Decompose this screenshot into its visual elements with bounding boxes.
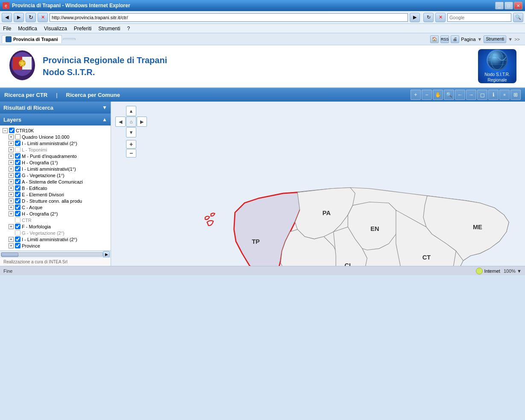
layer-orografia-1[interactable]: + H - Orografia (1°) <box>1 159 110 166</box>
checkbox-quadro[interactable] <box>15 134 21 140</box>
layer-divisori[interactable]: + E - Elementi Divisori <box>1 191 110 198</box>
info-tool[interactable]: ℹ <box>488 90 499 100</box>
expand-lim-amm-1[interactable]: + <box>9 166 14 172</box>
rss-button[interactable]: RSS <box>440 35 449 43</box>
checkbox-punti[interactable] <box>15 153 21 159</box>
expand-morfologia[interactable]: + <box>9 224 14 229</box>
scrollbar-thumb[interactable] <box>1 253 18 257</box>
tab-new[interactable] <box>63 38 76 40</box>
layer-vegetazione-2[interactable]: G - Vegetazione (2°) <box>1 230 110 236</box>
back-button[interactable]: ◀ <box>2 13 12 22</box>
layer-vegetazione-1[interactable]: + G - Vegetazione (1°) <box>1 172 110 178</box>
window-controls[interactable]: _ □ ✕ <box>495 2 522 9</box>
layer-acque[interactable]: + C - Acque <box>1 204 110 210</box>
expand-ctr10k[interactable]: − <box>3 128 8 133</box>
zoom-in-button[interactable]: + <box>126 140 136 149</box>
checkbox-province[interactable] <box>15 243 21 248</box>
minimize-button[interactable]: _ <box>495 2 504 9</box>
checkbox-edificato[interactable] <box>15 185 21 191</box>
menu-file[interactable]: File <box>2 25 12 32</box>
pagina-menu[interactable]: Pagina <box>461 37 475 42</box>
scroll-right-btn[interactable]: ▶ <box>103 251 110 258</box>
checkbox-ctr10k[interactable] <box>9 128 15 133</box>
forward-button[interactable]: ▶ <box>14 13 24 22</box>
expand-strutture[interactable]: + <box>9 198 14 204</box>
checkbox-toponimi[interactable] <box>15 147 21 152</box>
checkbox-ctr[interactable] <box>15 217 21 223</box>
layer-toponimi[interactable]: + L - Toponimi <box>1 146 110 153</box>
checkbox-lim-amm-2b[interactable] <box>15 236 21 242</box>
checkbox-lim-amm-1[interactable] <box>15 166 21 172</box>
refresh-button[interactable]: ↻ <box>26 13 36 22</box>
print-tool[interactable]: ◻ <box>477 90 487 100</box>
home-tool-button[interactable]: 🏠 <box>430 35 439 43</box>
expand-quadro[interactable]: + <box>9 134 14 140</box>
expand-comunicazioni[interactable]: + <box>9 179 14 184</box>
checkbox-lim-amm-2[interactable] <box>15 140 21 146</box>
layer-quadro[interactable]: + Quadro Unione 10.000 <box>1 134 110 140</box>
print-button[interactable]: 🖨 <box>451 35 459 43</box>
refresh-btn2[interactable]: ↻ <box>423 13 434 22</box>
expand-province[interactable]: + <box>9 243 14 248</box>
tab-provincia[interactable]: Provincia di Trapani <box>2 35 62 43</box>
layer-strutture[interactable]: + D - Strutture conn. alla produ <box>1 198 110 204</box>
checkbox-acque[interactable] <box>15 204 21 210</box>
expand-lim-amm-2b[interactable]: + <box>9 237 14 242</box>
checkbox-vegetazione-1[interactable] <box>15 172 21 178</box>
sicily-map[interactable]: .province-outline { fill: #f0f0f0; strok… <box>197 123 525 266</box>
layer-lim-amm-2[interactable]: + I - Limiti amministrativi (2°) <box>1 140 110 146</box>
menu-modifica[interactable]: Modifica <box>17 25 38 32</box>
expand-orografia-1[interactable]: + <box>9 160 14 165</box>
results-collapse-btn[interactable]: ▼ <box>102 105 107 111</box>
checkbox-orografia-2[interactable] <box>15 211 21 216</box>
expand-punti[interactable]: + <box>9 154 14 159</box>
nav-right-button[interactable]: ▶ <box>137 117 147 127</box>
nav-up-button[interactable]: ▲ <box>126 106 136 116</box>
nav-home-button[interactable]: ⌂ <box>126 117 136 127</box>
expand-lim-amm-2[interactable]: + <box>9 141 14 146</box>
restore-button[interactable]: □ <box>504 2 513 9</box>
checkbox-orografia-1[interactable] <box>15 160 21 165</box>
layer-punti[interactable]: + M - Punti d'inquadramento <box>1 153 110 159</box>
layer-province[interactable]: + Province <box>1 242 110 249</box>
stop-btn2[interactable]: ✕ <box>435 13 446 22</box>
zoom-out-tool[interactable]: − <box>422 90 432 100</box>
pan-tool[interactable]: ✋ <box>433 90 443 100</box>
menu-visualizza[interactable]: Visualizza <box>43 25 68 32</box>
layer-lim-amm-1[interactable]: + I - Limiti amministrativi(1°) <box>1 166 110 172</box>
zoom-in-tool[interactable]: + <box>411 90 421 100</box>
checkbox-vegetazione-2[interactable] <box>15 230 21 236</box>
panel-scrollbar[interactable]: ▶ <box>0 251 111 257</box>
search-go-button[interactable]: 🔍 <box>513 13 523 22</box>
checkbox-strutture[interactable] <box>15 198 21 204</box>
next-extent-tool[interactable]: → <box>466 90 476 100</box>
layer-morfologia[interactable]: + F - Morfologia <box>1 223 110 230</box>
checkbox-divisori[interactable] <box>15 192 21 197</box>
stop-button[interactable]: ✕ <box>38 13 48 22</box>
prev-extent-tool[interactable]: ← <box>455 90 465 100</box>
nav-left-button[interactable]: ◀ <box>115 117 126 127</box>
expand-toponimi[interactable]: + <box>9 147 14 152</box>
layers-collapse-btn[interactable]: ▲ <box>102 117 107 122</box>
menu-strumenti[interactable]: Strumenti <box>97 25 121 32</box>
map-area[interactable]: ▲ ◀ ⌂ ▶ ▼ + − .province-outline { fill: … <box>111 102 525 266</box>
expand-orografia-2[interactable]: + <box>9 211 14 216</box>
layer-ctr[interactable]: CTR <box>1 217 110 223</box>
close-button[interactable]: ✕ <box>514 2 522 9</box>
checkbox-morfologia[interactable] <box>15 224 21 229</box>
zoom-out-button[interactable]: − <box>126 149 136 158</box>
nav-down-button[interactable]: ▼ <box>126 127 136 137</box>
expand-divisori[interactable]: + <box>9 192 14 197</box>
legend-tool[interactable]: ≡ <box>499 90 510 100</box>
layer-comunicazioni[interactable]: + A - Sistema delle Comunicazi <box>1 178 110 185</box>
layer-lim-amm-2b[interactable]: + I - Limiti amministrativi (2°) <box>1 236 110 242</box>
search-input[interactable] <box>447 13 511 22</box>
expand-edificato[interactable]: + <box>9 186 14 191</box>
address-input[interactable] <box>50 13 408 22</box>
strumenti-menu[interactable]: Strumenti <box>484 35 506 43</box>
expand-acque[interactable]: + <box>9 205 14 210</box>
layer-ctr10k[interactable]: − CTR10K <box>1 127 110 134</box>
go-button[interactable]: ▶ <box>410 13 420 22</box>
grid-tool[interactable]: ⊞ <box>510 90 521 100</box>
checkbox-comunicazioni[interactable] <box>15 179 21 184</box>
